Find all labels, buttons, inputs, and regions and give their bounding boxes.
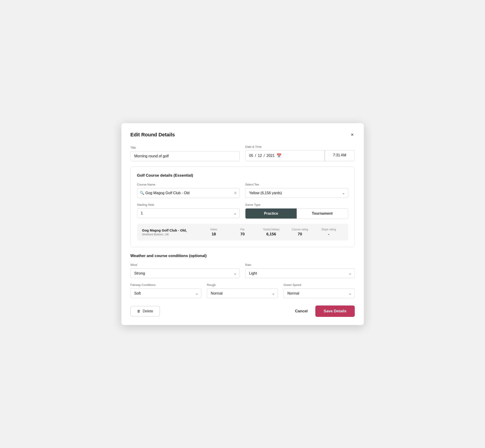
course-info-name-block: Gog Magog Golf Club - Old, Shelford Bott… xyxy=(142,228,200,236)
delete-label: Delete xyxy=(143,309,153,313)
yards-value: 6,156 xyxy=(257,232,285,237)
save-button[interactable]: Save Details xyxy=(315,305,355,317)
game-type-label: Game Type xyxy=(245,203,348,207)
title-input[interactable] xyxy=(130,151,240,161)
holes-value: 18 xyxy=(200,232,228,237)
rough-dropdown[interactable]: Soft Normal Hard xyxy=(207,288,278,298)
green-speed-wrapper: Slow Normal Fast ⌄ xyxy=(283,288,355,298)
footer-right: Cancel Save Details xyxy=(293,305,355,317)
rain-label: Rain xyxy=(245,263,355,267)
date-sep2: / xyxy=(264,154,265,158)
course-par-stat: Par 70 xyxy=(228,228,257,237)
date-sep1: / xyxy=(255,154,256,158)
green-speed-dropdown[interactable]: Slow Normal Fast xyxy=(283,288,355,298)
fairway-wrapper: Soft Normal Hard ⌄ xyxy=(130,288,202,298)
starting-hole-dropdown[interactable]: 1 2 3 10 xyxy=(137,208,240,218)
datetime-label: Date & Time xyxy=(245,145,355,148)
date-month: 05 xyxy=(249,154,253,158)
course-info-name: Gog Magog Golf Club - Old, xyxy=(142,228,200,232)
course-info-card: Gog Magog Golf Club - Old, Shelford Bott… xyxy=(137,224,348,241)
select-tee-group: Select Tee Yellow (6,156 yards) White Re… xyxy=(245,183,348,198)
select-tee-wrapper: Yellow (6,156 yards) White Red Blue ⌄ xyxy=(245,188,348,198)
wind-rain-row: Wind None Light Moderate Strong ⌄ Rain N… xyxy=(130,263,355,278)
fairway-dropdown[interactable]: Soft Normal Hard xyxy=(130,288,202,298)
calendar-icon[interactable]: 📅 xyxy=(276,153,282,158)
rain-dropdown[interactable]: None Light Moderate Heavy xyxy=(245,268,355,278)
course-rating-stat: Course rating 70 xyxy=(285,228,314,237)
select-tee-dropdown[interactable]: Yellow (6,156 yards) White Red Blue xyxy=(245,188,348,198)
close-button[interactable]: × xyxy=(350,131,355,138)
time-value: 7:31 AM xyxy=(333,153,346,157)
rough-group: Rough Soft Normal Hard ⌄ xyxy=(207,283,278,298)
course-yards-stat: Yards(Yellow) 6,156 xyxy=(257,228,285,237)
starting-hole-label: Starting Hole xyxy=(137,203,240,207)
course-rating-label: Course rating xyxy=(285,228,314,231)
golf-course-title: Golf Course details (Essential) xyxy=(137,173,348,178)
date-time-container: 05 / 12 / 2021 📅 7:31 AM xyxy=(245,150,355,161)
course-name-input[interactable] xyxy=(137,188,240,198)
golf-course-section: Golf Course details (Essential) Course N… xyxy=(130,167,355,247)
select-tee-label: Select Tee xyxy=(245,183,348,186)
practice-button[interactable]: Practice xyxy=(245,208,297,218)
par-value: 70 xyxy=(228,232,257,237)
time-display[interactable]: 7:31 AM xyxy=(325,151,355,161)
search-icon: 🔍 xyxy=(140,191,144,195)
modal-header: Edit Round Details × xyxy=(130,131,355,138)
title-label: Title xyxy=(130,146,240,149)
delete-button[interactable]: 🗑 Delete xyxy=(130,306,160,316)
game-type-toggle: Practice Tournament xyxy=(245,208,348,219)
green-speed-group: Green Speed Slow Normal Fast ⌄ xyxy=(283,283,355,298)
slope-rating-value: - xyxy=(314,232,343,237)
title-datetime-row: Title Date & Time 05 / 12 / 2021 📅 7:31 … xyxy=(130,145,355,161)
date-day: 12 xyxy=(258,154,262,158)
yards-label: Yards(Yellow) xyxy=(257,228,285,231)
title-group: Title xyxy=(130,146,240,161)
trash-icon: 🗑 xyxy=(137,309,140,313)
course-tee-row: Course Name 🔍 ✕ Select Tee Yellow (6,156… xyxy=(137,183,348,198)
edit-round-modal: Edit Round Details × Title Date & Time 0… xyxy=(121,123,364,325)
course-name-label: Course Name xyxy=(137,183,240,186)
hole-gametype-row: Starting Hole 1 2 3 10 ⌄ Game Type Pract… xyxy=(137,203,348,219)
conditions-row: Fairway Conditions Soft Normal Hard ⌄ Ro… xyxy=(130,283,355,298)
wind-dropdown[interactable]: None Light Moderate Strong xyxy=(130,268,240,278)
date-display[interactable]: 05 / 12 / 2021 📅 xyxy=(245,151,324,161)
starting-hole-group: Starting Hole 1 2 3 10 ⌄ xyxy=(137,203,240,219)
par-label: Par xyxy=(228,228,257,231)
date-year: 2021 xyxy=(267,154,275,158)
game-type-group: Game Type Practice Tournament xyxy=(245,203,348,219)
rough-wrapper: Soft Normal Hard ⌄ xyxy=(207,288,278,298)
starting-hole-wrapper: 1 2 3 10 ⌄ xyxy=(137,208,240,218)
wind-label: Wind xyxy=(130,263,240,267)
slope-rating-label: Slope rating xyxy=(314,228,343,231)
weather-section: Weather and course conditions (optional)… xyxy=(130,254,355,298)
green-speed-label: Green Speed xyxy=(283,283,355,287)
modal-title: Edit Round Details xyxy=(130,132,175,138)
cancel-button[interactable]: Cancel xyxy=(293,306,310,316)
slope-rating-stat: Slope rating - xyxy=(314,228,343,237)
course-holes-stat: Holes 18 xyxy=(200,228,228,237)
rain-group: Rain None Light Moderate Heavy ⌄ xyxy=(245,263,355,278)
rain-wrapper: None Light Moderate Heavy ⌄ xyxy=(245,268,355,278)
wind-wrapper: None Light Moderate Strong ⌄ xyxy=(130,268,240,278)
holes-label: Holes xyxy=(200,228,228,231)
course-name-group: Course Name 🔍 ✕ xyxy=(137,183,240,198)
datetime-group: Date & Time 05 / 12 / 2021 📅 7:31 AM xyxy=(245,145,355,161)
weather-section-title: Weather and course conditions (optional) xyxy=(130,254,355,258)
footer-row: 🗑 Delete Cancel Save Details xyxy=(130,305,355,317)
wind-group: Wind None Light Moderate Strong ⌄ xyxy=(130,263,240,278)
tournament-button[interactable]: Tournament xyxy=(297,208,348,218)
rough-label: Rough xyxy=(207,283,278,287)
course-info-location: Shelford Bottom, UK xyxy=(142,233,200,236)
course-name-search-wrapper: 🔍 ✕ xyxy=(137,188,240,198)
fairway-label: Fairway Conditions xyxy=(130,283,202,287)
course-rating-value: 70 xyxy=(285,232,314,237)
clear-icon[interactable]: ✕ xyxy=(234,191,237,196)
fairway-group: Fairway Conditions Soft Normal Hard ⌄ xyxy=(130,283,202,298)
